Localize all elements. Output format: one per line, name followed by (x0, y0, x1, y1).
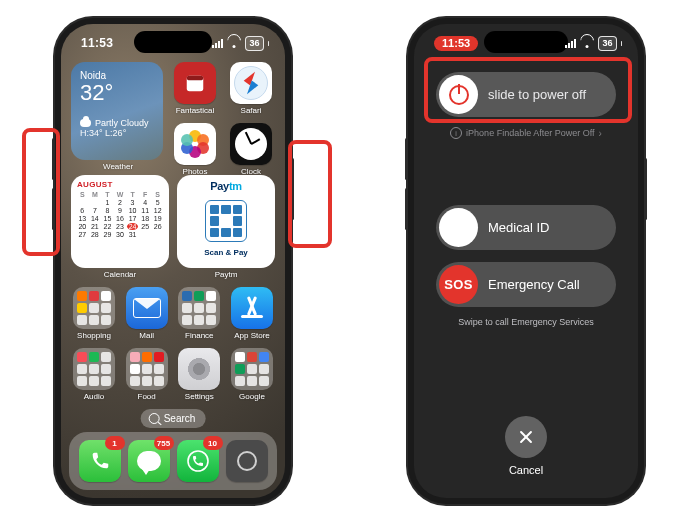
side-power-button[interactable] (291, 158, 294, 220)
cancel-button[interactable] (505, 416, 547, 458)
safari-label: Safari (241, 106, 262, 115)
svg-point-2 (188, 451, 208, 471)
google-label: Google (239, 392, 265, 401)
finance-label: Finance (185, 331, 213, 340)
safari-app-icon[interactable] (230, 62, 272, 104)
side-power-button-r[interactable] (644, 158, 647, 220)
weather-temp: 32° (80, 82, 154, 104)
messages-badge: 755 (154, 436, 174, 450)
calendar-grid: SMTWTFS123456789101112131415161718192021… (77, 191, 163, 238)
dock: 1 755 10 (69, 432, 277, 490)
medical-id-knob[interactable]: ✱ (439, 208, 478, 247)
phone-badge: 1 (105, 436, 125, 450)
appstore-logo-icon (238, 294, 266, 322)
swipe-instruction: Swipe to call Emergency Services (458, 317, 594, 327)
wifi-icon (227, 38, 241, 48)
weather-condition: Partly Cloudy (80, 118, 154, 128)
asterisk-icon: ✱ (453, 220, 464, 235)
sos-knob[interactable]: SOS (439, 265, 478, 304)
emergency-call-slider[interactable]: SOS Emergency Call (436, 262, 616, 307)
calendar-label: Calendar (71, 270, 169, 279)
calendar-month: AUGUST (77, 180, 163, 189)
power-slider-knob[interactable] (439, 75, 478, 114)
audio-label: Audio (84, 392, 104, 401)
shopping-folder[interactable] (73, 287, 115, 329)
volume-down-button[interactable] (52, 188, 55, 230)
qr-icon (205, 200, 247, 242)
mail-app-icon[interactable] (126, 287, 168, 329)
emergency-call-label: Emergency Call (488, 277, 580, 292)
speech-bubble-icon (137, 451, 161, 471)
slide-to-power-off[interactable]: slide to power off (436, 72, 616, 117)
weather-hilo: H:34° L:26° (80, 128, 154, 138)
battery-indicator: 36 (245, 36, 263, 51)
phone-left-frame: 11:53 36 Noida 32° Partly Cloudy H:34° L… (55, 18, 291, 504)
envelope-icon (133, 298, 161, 318)
search-label: Search (164, 413, 196, 424)
info-icon: i (450, 127, 462, 139)
settings-app-icon[interactable] (178, 348, 220, 390)
close-icon (518, 429, 534, 445)
photos-flower-icon (181, 130, 209, 158)
gear-icon (185, 355, 213, 383)
power-off-screen: 11:53 36 slide to power off i i (414, 24, 638, 498)
camera-lens-icon (237, 451, 257, 471)
status-time-pill: 11:53 (434, 36, 478, 51)
medical-id-label: Medical ID (488, 220, 549, 235)
camera-app-icon[interactable] (226, 440, 268, 482)
food-folder[interactable] (126, 348, 168, 390)
annotation-side-button (288, 140, 332, 248)
cellular-icon (212, 38, 223, 48)
status-time: 11:53 (81, 36, 113, 50)
search-icon (149, 413, 160, 424)
findable-notice[interactable]: i iPhone Findable After Power Off › (450, 127, 602, 139)
clock-app-icon[interactable] (230, 123, 272, 165)
google-folder[interactable] (231, 348, 273, 390)
whatsapp-badge: 10 (203, 436, 223, 450)
cloud-icon (80, 119, 91, 127)
cellular-icon-r (565, 38, 576, 48)
paytm-label: Paytm (177, 270, 275, 279)
fantastical-label: Fantastical (176, 106, 215, 115)
sos-label: SOS (444, 277, 472, 292)
power-icon (449, 85, 469, 105)
paytm-widget[interactable]: Paytm Scan & Pay (177, 175, 275, 268)
wifi-icon-r (580, 38, 594, 48)
calendar-widget[interactable]: AUGUST SMTWTFS12345678910111213141516171… (71, 175, 169, 268)
phone-right-frame: 11:53 36 slide to power off i i (408, 18, 644, 504)
status-bar-left: 11:53 36 (61, 32, 285, 54)
battery-indicator-r: 36 (598, 36, 616, 51)
weather-widget[interactable]: Noida 32° Partly Cloudy H:34° L:26° (71, 62, 163, 160)
shopping-label: Shopping (77, 331, 111, 340)
power-slider-label: slide to power off (488, 87, 586, 102)
photos-app-icon[interactable] (174, 123, 216, 165)
clock-face-icon (235, 128, 267, 160)
volume-down-button-r[interactable] (405, 188, 408, 230)
home-search-pill[interactable]: Search (141, 409, 206, 428)
food-label: Food (138, 392, 156, 401)
chevron-right-icon: › (599, 128, 602, 139)
audio-folder[interactable] (73, 348, 115, 390)
home-screen: 11:53 36 Noida 32° Partly Cloudy H:34° L… (61, 24, 285, 498)
svg-rect-1 (187, 76, 204, 81)
finance-folder[interactable] (178, 287, 220, 329)
settings-label: Settings (185, 392, 214, 401)
scan-pay-label: Scan & Pay (204, 248, 248, 257)
appstore-label: App Store (234, 331, 270, 340)
appstore-app-icon[interactable] (231, 287, 273, 329)
medical-id-slider[interactable]: ✱ Medical ID (436, 205, 616, 250)
cancel-label: Cancel (509, 464, 543, 476)
fantastical-app-icon[interactable] (174, 62, 216, 104)
paytm-logo: Paytm (210, 180, 242, 192)
status-bar-right: 11:53 36 (414, 32, 638, 54)
mail-label: Mail (139, 331, 154, 340)
compass-icon (234, 66, 268, 100)
volume-up-button-r[interactable] (405, 138, 408, 180)
volume-up-button[interactable] (52, 138, 55, 180)
